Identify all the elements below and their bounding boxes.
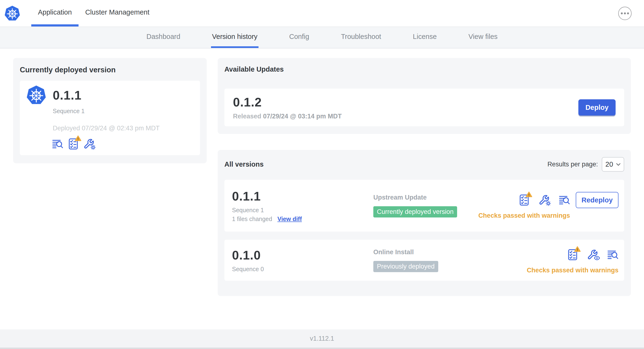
currently-deployed-version-panel: 0.1.1 Sequence 1 Deployed 07/29/24 @ 02:… — [20, 81, 200, 155]
diff-logs-icon[interactable] — [559, 195, 570, 205]
top-tabs: Application Cluster Management — [31, 0, 156, 26]
ellipsis-icon — [621, 12, 623, 14]
checks-status-text: Checks passed with warnings — [478, 212, 570, 220]
checks-status-text: Checks passed with warnings — [527, 267, 618, 274]
version-actions — [568, 246, 618, 263]
tab-cluster-management-label: Cluster Management — [85, 8, 150, 16]
gear-icon — [546, 201, 551, 206]
version-row-0-1-1: 0.1.1 Sequence 1 1 files changed View di… — [224, 180, 624, 232]
more-menu-button[interactable] — [618, 7, 632, 20]
chevron-down-icon — [616, 163, 620, 166]
currently-deployed-title: Currently deployed version — [20, 66, 200, 74]
results-per-page-label: Results per page: — [547, 161, 598, 168]
preflight-checklist-warning-icon[interactable] — [68, 138, 78, 150]
results-per-page: Results per page: 20 — [547, 157, 624, 172]
app-subnav: Dashboard Version history Config Trouble… — [0, 27, 644, 48]
version-history-column: Available Updates 0.1.2 Released 07/29/2… — [218, 58, 631, 296]
tab-cluster-management[interactable]: Cluster Management — [78, 0, 156, 26]
tab-license[interactable]: License — [412, 27, 438, 48]
tab-application[interactable]: Application — [31, 0, 78, 26]
row-sequence-label: Sequence 0 — [232, 266, 373, 272]
available-updates-card: Available Updates 0.1.2 Released 07/29/2… — [218, 58, 631, 134]
tab-application-label: Application — [38, 8, 72, 16]
all-versions-title: All versions — [224, 160, 264, 168]
gear-icon — [90, 145, 96, 150]
tab-dashboard[interactable]: Dashboard — [145, 27, 181, 48]
results-per-page-select[interactable]: 20 — [602, 157, 624, 172]
all-versions-card: All versions Results per page: 20 0.1.1 … — [218, 150, 631, 296]
wrench-eye-icon[interactable] — [587, 249, 598, 260]
app-icon-kubernetes — [26, 85, 46, 105]
console-version-label: v1.112.1 — [310, 335, 334, 342]
kubernetes-logo-icon — [4, 6, 20, 22]
released-label: Released — [233, 113, 261, 120]
row-sequence-label: Sequence 1 — [232, 207, 373, 214]
deployed-version-actions — [52, 138, 193, 150]
deployed-timestamp: Deployed 07/29/24 @ 02:43 pm MDT — [53, 124, 193, 132]
tab-version-history[interactable]: Version history — [211, 27, 258, 48]
view-diff-link[interactable]: View diff — [277, 216, 302, 222]
preflight-checklist-warning-icon[interactable] — [520, 194, 529, 206]
top-navbar: Application Cluster Management — [0, 0, 644, 27]
released-timestamp: 07/29/24 @ 03:14 pm MDT — [263, 113, 342, 120]
currently-deployed-card: Currently deployed version 0.1.1 Sequenc… — [13, 58, 207, 163]
version-actions — [520, 192, 570, 208]
status-badge-currently-deployed: Currently deployed version — [373, 206, 457, 218]
update-version-number: 0.1.2 — [233, 95, 342, 109]
version-source-label: Upstream Update — [373, 194, 478, 201]
results-per-page-value: 20 — [605, 160, 613, 168]
tab-troubleshoot[interactable]: Troubleshoot — [340, 27, 382, 48]
eye-icon — [594, 256, 600, 260]
warning-triangle-icon — [526, 192, 532, 198]
tab-view-files[interactable]: View files — [468, 27, 499, 48]
deployed-version-number: 0.1.1 — [53, 88, 82, 102]
row-version-number: 0.1.1 — [232, 189, 373, 204]
version-row-0-1-0: 0.1.0 Sequence 0 Online Install Previous… — [224, 240, 624, 281]
redeploy-button[interactable]: Redeploy — [576, 192, 618, 208]
warning-triangle-icon — [75, 135, 82, 141]
status-badge-previously-deployed: Previously deployed — [373, 261, 438, 272]
tab-config[interactable]: Config — [288, 27, 310, 48]
available-updates-title: Available Updates — [224, 66, 624, 73]
app-footer: v1.112.1 — [0, 330, 644, 349]
wrench-gear-icon[interactable] — [83, 138, 94, 150]
files-changed-label: 1 files changed — [232, 216, 272, 222]
main-content: Currently deployed version 0.1.1 Sequenc… — [0, 48, 644, 296]
row-version-number: 0.1.0 — [232, 248, 373, 262]
deployed-sequence-label: Sequence 1 — [53, 108, 193, 114]
version-source-label: Online Install — [373, 248, 527, 256]
warning-triangle-icon — [574, 246, 581, 252]
wrench-gear-icon[interactable] — [538, 194, 550, 206]
deploy-button[interactable]: Deploy — [578, 99, 616, 116]
available-update-row: 0.1.2 Released 07/29/24 @ 03:14 pm MDT D… — [224, 88, 624, 126]
diff-logs-icon[interactable] — [608, 250, 618, 260]
preflight-checklist-warning-icon[interactable] — [568, 249, 578, 260]
diff-logs-icon[interactable] — [52, 139, 63, 149]
